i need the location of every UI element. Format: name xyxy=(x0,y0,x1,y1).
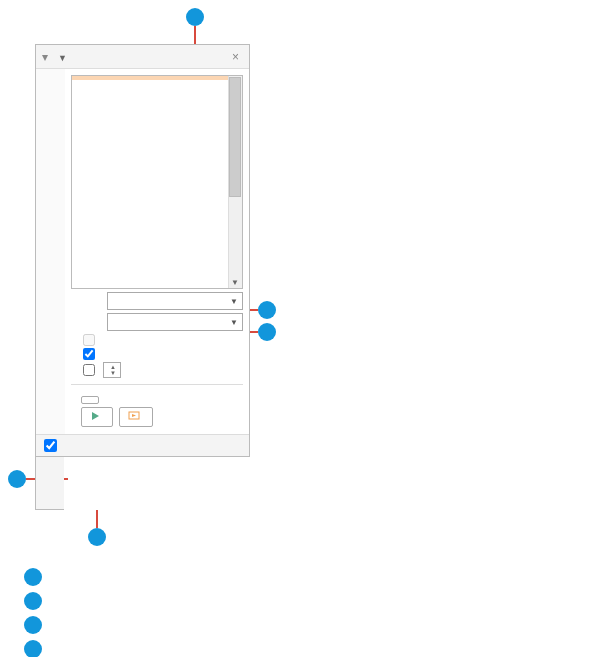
auto-preview-row xyxy=(36,434,249,456)
loop-sound-row xyxy=(83,334,243,346)
callout-2 xyxy=(258,301,276,319)
slideshow-button[interactable] xyxy=(119,407,153,427)
panel-title: ▼ xyxy=(54,50,228,64)
transition-item[interactable] xyxy=(72,128,242,132)
every-time-input[interactable]: ▲▼ xyxy=(103,362,121,378)
on-click-checkbox[interactable] xyxy=(83,348,95,360)
legend-num xyxy=(24,592,42,610)
legend-num xyxy=(24,568,42,586)
legend-row xyxy=(24,568,50,586)
panel-header: ▾ ▼ × xyxy=(36,45,249,69)
preview-button-row xyxy=(81,407,243,427)
apply-all-button[interactable] xyxy=(81,396,99,404)
every-checkbox[interactable] xyxy=(83,364,95,376)
spinner-icon[interactable]: ▲▼ xyxy=(110,364,116,376)
scrollbar[interactable]: ▲ ▼ xyxy=(228,76,242,288)
slideshow-icon xyxy=(128,411,140,423)
on-click-row xyxy=(83,348,243,360)
svg-marker-15 xyxy=(132,414,136,417)
auto-preview-checkbox[interactable] xyxy=(44,439,57,452)
callout-5 xyxy=(88,528,106,546)
menu-handle-icon[interactable]: ▾ xyxy=(42,50,54,64)
dropdown-arrow-icon[interactable]: ▼ xyxy=(54,53,71,63)
speed-dropdown[interactable]: ▼ xyxy=(107,292,243,310)
legend xyxy=(24,568,50,657)
play-icon xyxy=(90,411,100,423)
svg-marker-13 xyxy=(92,412,99,420)
scroll-thumb[interactable] xyxy=(229,77,241,197)
legend-row xyxy=(24,616,50,634)
callout-4 xyxy=(8,470,26,488)
transition-list[interactable]: ▲ ▼ xyxy=(71,75,243,289)
sound-row: ▼ xyxy=(71,313,243,331)
callout-line-5 xyxy=(96,510,98,528)
legend-num xyxy=(24,616,42,634)
divider xyxy=(71,384,243,385)
every-row: ▲▼ xyxy=(83,362,243,378)
loop-sound-checkbox xyxy=(83,334,95,346)
caret-down-icon: ▼ xyxy=(230,318,238,327)
transition-panel: ▾ ▼ × ▲ ▼ xyxy=(35,44,250,457)
scroll-down-icon[interactable]: ▼ xyxy=(229,276,241,288)
legend-num xyxy=(24,640,42,657)
play-button[interactable] xyxy=(81,407,113,427)
caret-down-icon: ▼ xyxy=(230,297,238,306)
callout-1 xyxy=(186,8,204,26)
legend-row xyxy=(24,640,50,657)
close-icon[interactable]: × xyxy=(228,50,243,64)
speed-row: ▼ xyxy=(71,292,243,310)
callout-3 xyxy=(258,323,276,341)
sound-dropdown[interactable]: ▼ xyxy=(107,313,243,331)
panel-body: ▲ ▼ ▼ ▼ xyxy=(65,69,249,434)
legend-row xyxy=(24,592,50,610)
